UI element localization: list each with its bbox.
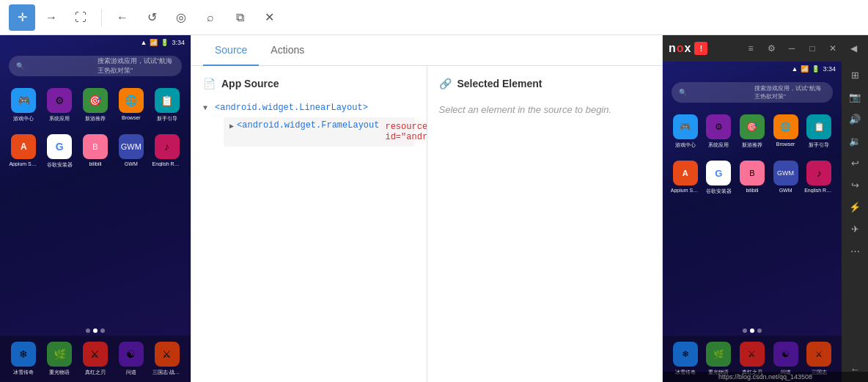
nox-close-button[interactable]: ✕ [824,40,842,57]
nox-status-time: 3:34 [823,65,836,73]
nox-minimize-button[interactable]: ─ [783,40,801,57]
center-panel: Source Actions 📄 App Source ▼ <android.w… [191,35,663,382]
dock-icon-blade[interactable]: ⚔ 真红之刃 [79,342,112,376]
nox-sidebar-power[interactable]: ⚡ [845,196,865,217]
nox-app-new-games[interactable]: 🎯 新游推荐 [737,114,768,149]
nox-warning-badge: ! [694,42,707,55]
nox-sidebar-screenshot[interactable]: 📷 [845,87,865,107]
status-battery-icon: 🔋 [161,39,169,46]
tab-source[interactable]: Source [203,35,259,66]
app-icon-guide[interactable]: 📋 新手引导 [150,88,183,122]
source-panel: 📄 App Source ▼ <android.widget.LinearLay… [191,66,427,382]
nox-status-bar: ▲ 📶 🔋 3:34 [663,62,842,76]
panel-content: 📄 App Source ▼ <android.widget.LinearLay… [191,66,662,382]
toolbar-separator-1 [101,9,102,26]
nox-sidebar-rotate[interactable]: ↩ [845,153,865,173]
status-wifi-icon: ▲ [141,39,147,46]
arrow-tool-button[interactable]: → [38,4,65,31]
tab-bar: Source Actions [191,35,662,66]
app-icon-system[interactable]: ⚙ 系统应用 [43,88,76,122]
nox-logo: nox [669,42,691,55]
eye-button[interactable]: ◎ [168,4,194,31]
nox-app-radio[interactable]: ♪ English Radio [803,161,834,195]
emulator-dock: ❄ 冰雪传奇 🌿 重光物语 ⚔ 真红之刃 ☯ 问道 ⚔ 三国志·战略版 [0,336,191,382]
dock-icon-ice[interactable]: ❄ 冰雪传奇 [7,342,40,376]
main-area: ▲ 📶 🔋 3:34 🔍 搜索游戏应用，试试"航海王热欲对策" 🎮 游戏中心 ⚙… [0,35,868,382]
nox-app-google[interactable]: G 谷歌安装器 [704,161,735,195]
nox-screen: ▲ 📶 🔋 3:34 🔍 搜索游戏应用，试试"航海王热欲对策" 🎮 游戏中心 ⚙ [663,62,842,382]
emulator-search-bar[interactable]: 🔍 搜索游戏应用，试试"航海王热欲对策" [9,56,182,76]
nox-settings-button[interactable]: ⚙ [762,40,780,57]
selected-panel-icon: 🔗 [439,78,452,89]
nox-app-browser[interactable]: 🌐 Browser [770,114,801,149]
nox-sidebar-flight[interactable]: ✈ [845,218,865,239]
nox-search-icon: 🔍 [679,89,750,96]
app-icon-game-center[interactable]: 🎮 游戏中心 [7,88,40,122]
nox-sidebar-expand[interactable]: ⊞ [845,65,865,85]
xml-child-tag: <android.widget.FrameLayout [237,120,379,131]
nox-dot-indicator [663,326,842,336]
search-button[interactable]: ⌕ [197,4,224,31]
nox-spacer [663,201,842,326]
nox-dot-3 [757,328,762,333]
nox-dock-light[interactable]: 🌿 重光物语 [704,342,735,376]
selected-panel-title: Selected Element [457,78,542,89]
close-button[interactable]: ✕ [256,4,282,31]
nox-app-system[interactable]: ⚙ 系统应用 [704,114,735,149]
nox-sidebar-more[interactable]: ⋯ [845,240,865,261]
nox-dock-blade[interactable]: ⚔ 真红之刃 [737,342,768,376]
app-icon-google[interactable]: G 谷歌安装器 [43,134,76,169]
nox-menu-button[interactable]: ≡ [742,40,760,57]
emulator-status-bar: ▲ 📶 🔋 3:34 [0,35,191,50]
xml-child-toggle[interactable]: ▶ [229,122,234,131]
nox-dot-2 [750,328,754,333]
nox-status-battery: 🔋 [812,65,820,73]
nox-main: ▲ 📶 🔋 3:34 🔍 搜索游戏应用，试试"航海王热欲对策" 🎮 游戏中心 ⚙ [663,62,868,382]
xml-root-toggle[interactable]: ▼ [203,104,212,112]
selected-hint-text: Select an element in the source to begin… [439,104,651,115]
emulator-screen: ▲ 📶 🔋 3:34 🔍 搜索游戏应用，试试"航海王热欲对策" 🎮 游戏中心 ⚙… [0,35,191,382]
nox-sidebar-volume-down[interactable]: 🔉 [845,131,865,151]
nox-search-bar[interactable]: 🔍 搜索游戏应用，试试"航海王热欲对策" [672,82,833,103]
app-icon-radio[interactable]: ♪ English Radio [150,134,183,169]
app-icon-new-games[interactable]: 🎯 新游推荐 [79,88,112,122]
nox-dot-1 [743,328,747,333]
nox-sidebar-volume-up[interactable]: 🔊 [845,109,865,129]
nox-back-button[interactable]: ◀ [845,40,862,57]
selected-panel: 🔗 Selected Element Select an element in … [427,66,663,382]
select-tool-button[interactable]: ✛ [9,4,35,31]
app-icon-appium[interactable]: A Appium Sett... [7,134,40,169]
nox-app-game-center[interactable]: 🎮 游戏中心 [670,114,701,149]
xml-child-node[interactable]: ▶ <android.widget.FrameLayout resource-i… [224,117,415,147]
tab-actions[interactable]: Actions [259,35,316,66]
dot-indicator [0,326,191,336]
app-icon-gwm[interactable]: GWM GWM [114,134,147,169]
nox-dock-dao[interactable]: ☯ 问道 [770,342,801,376]
nox-app-gwm[interactable]: GWM GWM [770,161,801,195]
nox-dock-sanguo[interactable]: ⚔ 三国志 [803,342,834,376]
right-nox-panel: nox ! ≡ ⚙ ─ □ ✕ ◀ ▲ 📶 🔋 3:34 🔍 搜索游戏应用，试试… [663,35,868,382]
dot-1 [86,328,90,333]
nox-app-bilibili[interactable]: B bilibili [737,161,768,195]
copy-button[interactable]: ⧉ [227,4,253,31]
dock-icon-sanguo[interactable]: ⚔ 三国志·战略版 [150,342,183,376]
fullscreen-tool-button[interactable]: ⛶ [67,4,94,31]
nox-search-text: 搜索游戏应用，试试"航海王热欲对策" [754,84,825,100]
selected-panel-header: 🔗 Selected Element [439,78,651,89]
source-panel-header: 📄 App Source [203,78,415,89]
dock-icon-light[interactable]: 🌿 重光物语 [43,342,76,376]
dock-icon-dao[interactable]: ☯ 问道 [114,342,147,376]
nox-maximize-button[interactable]: □ [803,40,821,57]
xml-child-attr: resource-id="android:id/content"> [382,120,427,144]
nox-app-appium[interactable]: A Appium Sett... [670,161,701,195]
refresh-button[interactable]: ↺ [139,4,165,31]
search-bar-icon: 🔍 [16,62,93,70]
nox-app-guide[interactable]: 📋 新手引导 [803,114,834,149]
app-icon-browser[interactable]: 🌐 Browser [114,88,147,122]
nox-sidebar-rotate2[interactable]: ↪ [845,175,865,195]
back-button[interactable]: ← [109,4,136,31]
nox-dock-ice[interactable]: ❄ 冰雪传奇 [670,342,701,376]
xml-root-node[interactable]: ▼ <android.widget.LinearLayout> [203,101,415,114]
nox-app-grid-row2: A Appium Sett... G 谷歌安装器 B bilibili GWM … [663,155,842,201]
app-icon-bilibili[interactable]: B bilibili [79,134,112,169]
